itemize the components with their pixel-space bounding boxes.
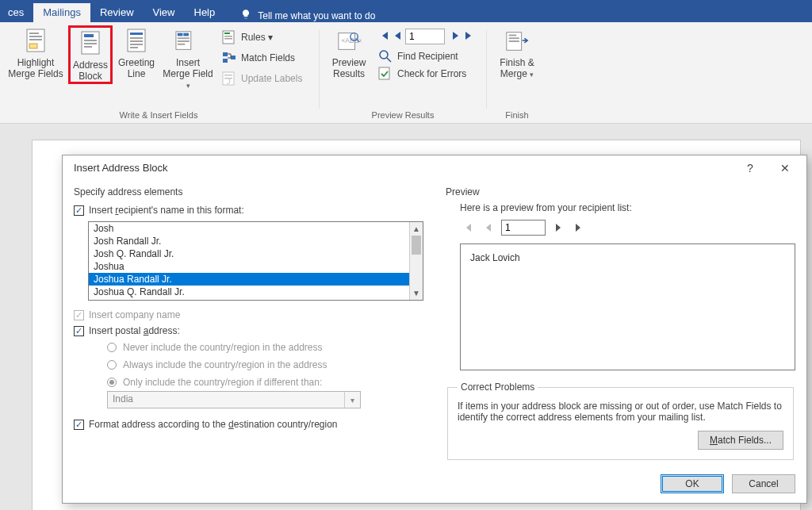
match-fields-button[interactable]: Match Fields bbox=[217, 49, 312, 67]
ribbon: Highlight Merge Fields Address Block Gre… bbox=[0, 22, 812, 124]
svg-rect-38 bbox=[379, 67, 389, 79]
greeting-line-label: Greeting Line bbox=[116, 57, 157, 79]
ok-button[interactable]: OK bbox=[661, 474, 724, 493]
name-format-option[interactable]: Joshua bbox=[89, 260, 409, 273]
dialog-help-button[interactable]: ? bbox=[735, 158, 765, 178]
update-labels-label: Update Labels bbox=[241, 73, 302, 84]
preview-next-button[interactable] bbox=[550, 220, 566, 236]
name-format-listbox[interactable]: JoshJosh Randall Jr.Josh Q. Randall Jr.J… bbox=[88, 221, 423, 301]
dialog-footer: OK Cancel bbox=[63, 468, 806, 503]
tab-review[interactable]: Review bbox=[90, 3, 144, 22]
preview-last-button[interactable] bbox=[571, 220, 587, 236]
dialog-titlebar[interactable]: Insert Address Block ? ✕ bbox=[63, 155, 806, 180]
last-record-button[interactable] bbox=[464, 30, 475, 44]
svg-rect-8 bbox=[84, 43, 97, 44]
scroll-up-button[interactable]: ▲ bbox=[410, 222, 423, 236]
svg-rect-23 bbox=[224, 33, 230, 34]
country-combo: India ▾ bbox=[107, 391, 361, 408]
preview-record-navigator bbox=[460, 217, 795, 239]
format-destination-checkbox[interactable]: ✓ Format address according to the destin… bbox=[74, 416, 423, 432]
insert-postal-address-checkbox[interactable]: ✓ Insert postal address: bbox=[74, 323, 423, 339]
tab-help[interactable]: Help bbox=[185, 3, 225, 22]
dialog-close-button[interactable]: ✕ bbox=[770, 158, 800, 178]
finish-merge-button[interactable]: Finish & Merge ▾ bbox=[493, 25, 541, 80]
svg-rect-41 bbox=[509, 37, 519, 39]
record-number-input[interactable] bbox=[405, 29, 445, 44]
preview-first-button bbox=[460, 220, 476, 236]
radio-never-label: Never include the country/region in the … bbox=[123, 342, 322, 353]
ribbon-tab-strip: ces Mailings Review View Help Tell me wh… bbox=[0, 0, 812, 22]
tell-me-search[interactable]: Tell me what you want to do bbox=[224, 9, 375, 22]
svg-text:«ABC»: «ABC» bbox=[342, 36, 362, 44]
find-recipient-button[interactable]: Find Recipient bbox=[373, 48, 480, 65]
country-value: India bbox=[108, 392, 344, 408]
svg-rect-12 bbox=[130, 37, 143, 39]
find-recipient-label: Find Recipient bbox=[397, 51, 458, 62]
ribbon-group-finish: Finish & Merge ▾ Finish bbox=[488, 25, 546, 123]
svg-rect-30 bbox=[224, 75, 232, 76]
svg-rect-7 bbox=[84, 40, 97, 41]
tab-mailings[interactable]: Mailings bbox=[33, 3, 90, 22]
prev-record-button[interactable] bbox=[393, 30, 402, 44]
listbox-scrollbar[interactable]: ▲ ▼ bbox=[409, 222, 423, 300]
address-block-icon bbox=[78, 31, 103, 56]
group-label-finish: Finish bbox=[493, 108, 541, 122]
group-label-write-insert: Write & Insert Fields bbox=[5, 108, 312, 122]
insert-recipient-name-checkbox[interactable]: ✓ Insert recipient's name in this format… bbox=[74, 202, 423, 218]
find-recipient-icon bbox=[378, 49, 393, 63]
preview-panel: Preview Here is a preview from your reci… bbox=[446, 183, 795, 460]
greeting-line-button[interactable]: Greeting Line bbox=[114, 25, 159, 79]
correct-problems-text: If items in your address block are missi… bbox=[458, 401, 783, 423]
tab-references-partial[interactable]: ces bbox=[5, 3, 33, 22]
svg-point-36 bbox=[380, 51, 388, 59]
name-format-option[interactable]: Josh bbox=[89, 222, 409, 235]
svg-rect-24 bbox=[224, 36, 232, 37]
insert-merge-field-button[interactable]: Insert Merge Field ▾ bbox=[160, 25, 216, 91]
name-format-option[interactable]: Josh Randall Jr. bbox=[89, 235, 409, 247]
name-format-option[interactable]: Joshua Q. Randall Jr. bbox=[89, 286, 409, 298]
cancel-button[interactable]: Cancel bbox=[732, 474, 795, 493]
insert-postal-label: Insert postal address: bbox=[89, 325, 180, 336]
radio-always-include-country: Always include the country/region in the… bbox=[107, 356, 423, 374]
insert-company-name-label: Insert company name bbox=[89, 309, 180, 320]
radio-only-if-label: Only include the country/region if diffe… bbox=[123, 377, 322, 388]
scroll-thumb[interactable] bbox=[412, 236, 421, 255]
preview-record-input[interactable] bbox=[501, 220, 546, 236]
svg-rect-42 bbox=[509, 40, 519, 42]
insert-recipient-name-label: Insert recipient's name in this format: bbox=[89, 205, 244, 216]
first-record-button[interactable] bbox=[378, 30, 389, 44]
rules-icon bbox=[222, 30, 236, 44]
svg-rect-6 bbox=[84, 34, 94, 37]
svg-rect-1 bbox=[29, 33, 39, 34]
svg-rect-11 bbox=[130, 33, 143, 35]
update-labels-icon bbox=[222, 71, 236, 86]
update-labels-button: Update Labels bbox=[217, 70, 312, 87]
match-fields-dialog-button[interactable]: Match Fields... bbox=[698, 431, 783, 450]
correct-problems-header: Correct Problems bbox=[458, 382, 538, 393]
address-block-button[interactable]: Address Block bbox=[68, 25, 113, 84]
address-block-label: Address Block bbox=[72, 59, 109, 82]
check-errors-button[interactable]: Check for Errors bbox=[373, 65, 480, 82]
svg-rect-14 bbox=[130, 44, 143, 45]
tab-view[interactable]: View bbox=[144, 3, 185, 22]
next-record-button[interactable] bbox=[451, 30, 461, 44]
check-errors-icon bbox=[378, 67, 393, 81]
svg-rect-17 bbox=[178, 33, 183, 36]
preview-text: Jack Lovich bbox=[470, 252, 520, 263]
format-destination-label: Format address according to the destinat… bbox=[89, 419, 338, 430]
svg-rect-18 bbox=[183, 33, 189, 36]
svg-rect-26 bbox=[223, 52, 228, 56]
preview-results-button[interactable]: «ABC» Preview Results bbox=[326, 25, 372, 79]
svg-rect-15 bbox=[130, 47, 138, 48]
preview-prev-button bbox=[481, 220, 496, 236]
highlight-merge-fields-button[interactable]: Highlight Merge Fields bbox=[5, 25, 67, 79]
tell-me-label: Tell me what you want to do bbox=[258, 10, 375, 21]
preview-results-label: Preview Results bbox=[327, 57, 370, 79]
name-format-option[interactable]: Joshua Randall Jr. bbox=[89, 273, 409, 286]
preview-content: Jack Lovich bbox=[460, 243, 795, 370]
preview-header: Preview bbox=[446, 183, 795, 202]
lightbulb-icon bbox=[240, 9, 251, 22]
name-format-option[interactable]: Josh Q. Randall Jr. bbox=[89, 247, 409, 260]
scroll-down-button[interactable]: ▼ bbox=[410, 286, 423, 300]
rules-button[interactable]: Rules ▾ bbox=[217, 29, 312, 46]
